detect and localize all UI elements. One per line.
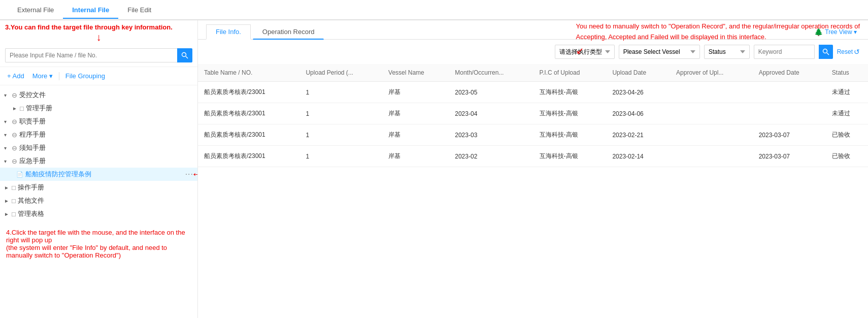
svg-line-1 <box>186 56 188 58</box>
tree-node-n8[interactable]: ► □ 管理表格 <box>0 207 197 220</box>
svg-line-3 <box>827 53 829 55</box>
col-pic: P.I.C of Upload <box>533 64 607 82</box>
tree-node-root[interactable]: ▾ ⊖ 受控文件 <box>0 88 197 102</box>
cell-approved-date: 2023-03-07 <box>753 146 826 167</box>
col-vessel: Vessel Name <box>382 64 449 82</box>
tree-node-n4[interactable]: ▾ ⊖ 须知手册 <box>0 141 197 154</box>
cell-approver <box>670 146 753 167</box>
cell-approver <box>670 82 753 103</box>
cell-vessel: 岸基 <box>382 124 449 146</box>
annotation-step3: 3.You can find the target file through k… <box>5 23 192 31</box>
vessel-filter-select[interactable]: Please Select Vessel <box>619 45 700 59</box>
cell-vessel: 岸基 <box>382 146 449 167</box>
cell-month: 2023-04 <box>449 103 533 124</box>
table-row[interactable]: 船员素质考核表/23001 1 岸基 2023-04 互海科技-高银 2023-… <box>198 103 868 124</box>
cell-upload-date: 2023-02-14 <box>606 146 670 167</box>
cell-upload-date: 2023-02-21 <box>606 124 670 146</box>
table-row[interactable]: 船员素质考核表/23001 1 岸基 2023-02 互海科技-高银 2023-… <box>198 146 868 167</box>
cell-upload-date: 2023-04-26 <box>606 82 670 103</box>
tree-node-label: 应急手册 <box>19 156 46 166</box>
tree-node-label: 船舶疫情防控管理条例 <box>25 170 91 179</box>
svg-point-2 <box>823 49 827 53</box>
tree-node-n3[interactable]: ▾ ⊖ 程序手册 <box>0 128 197 141</box>
cell-approver <box>670 124 753 146</box>
cell-name: 船员素质考核表/23001 <box>198 124 299 146</box>
tree-node-label: 其他文件 <box>18 196 44 205</box>
tree-node-n5[interactable]: ▾ ⊖ 应急手册 <box>0 154 197 168</box>
cell-period: 1 <box>299 82 382 103</box>
tree-node-n1[interactable]: ► □ 管理手册 <box>0 102 197 115</box>
add-button[interactable]: + Add <box>5 71 26 81</box>
annotation-step4-line2: (the system will enter "File Info" by de… <box>6 244 191 259</box>
tree-node-n2[interactable]: ▾ ⊖ 职责手册 <box>0 115 197 128</box>
tree-node-label: 操作手册 <box>18 183 44 192</box>
cell-name: 船员素质考核表/23001 <box>198 103 299 124</box>
cell-approver <box>670 103 753 124</box>
more-button[interactable]: More ▾ <box>30 71 55 81</box>
tree-icon: 🌲 <box>814 28 823 36</box>
col-status: Status <box>826 64 868 82</box>
tree-node-label: 受控文件 <box>19 90 46 100</box>
cell-status: 未通过 <box>826 103 868 124</box>
tab-operation-record[interactable]: Operation Record <box>253 24 324 40</box>
tree-node-n7[interactable]: ► □ 其他文件 <box>0 194 197 207</box>
col-period: Upload Period (... <box>299 64 382 82</box>
tab-internal[interactable]: Internal File <box>63 2 118 19</box>
keyword-input[interactable] <box>754 45 815 59</box>
col-upload-date: Upload Date <box>606 64 670 82</box>
table-row[interactable]: 船员素质考核表/23001 1 岸基 2023-05 互海科技-高银 2023-… <box>198 82 868 103</box>
svg-point-0 <box>182 53 186 57</box>
top-nav: External File Internal File File Edit <box>0 0 868 20</box>
tree-node-label: 管理表格 <box>18 209 44 218</box>
col-approved-date: Approved Date <box>753 64 826 82</box>
status-filter-select[interactable]: Status <box>704 45 750 59</box>
tab-file-edit[interactable]: File Edit <box>118 2 160 19</box>
cell-name: 船员素质考核表/23001 <box>198 82 299 103</box>
tab-file-info[interactable]: File Info. <box>206 24 251 40</box>
cell-month: 2023-03 <box>449 124 533 146</box>
cell-pic: 互海科技-高银 <box>533 103 607 124</box>
tree-node-label: 须知手册 <box>19 143 46 152</box>
tree-node-label: 程序手册 <box>19 130 46 139</box>
cell-period: 1 <box>299 124 382 146</box>
col-month: Month/Occurren... <box>449 64 533 82</box>
cell-month: 2023-02 <box>449 146 533 167</box>
cell-name: 船员素质考核表/23001 <box>198 146 299 167</box>
cell-approved-date <box>753 82 826 103</box>
cell-status: 未通过 <box>826 82 868 103</box>
tree-node-n6[interactable]: ► □ 操作手册 <box>0 181 197 194</box>
tree-view-button[interactable]: 🌲 Tree View ▾ <box>811 27 860 37</box>
cell-vessel: 岸基 <box>382 82 449 103</box>
cell-period: 1 <box>299 146 382 167</box>
table-row[interactable]: 船员素质考核表/23001 1 岸基 2023-03 互海科技-高银 2023-… <box>198 124 868 146</box>
cell-month: 2023-05 <box>449 82 533 103</box>
cell-approved-date <box>753 103 826 124</box>
tree-node-label: 管理手册 <box>26 104 52 113</box>
cell-upload-date: 2023-04-06 <box>606 103 670 124</box>
cell-pic: 互海科技-高银 <box>533 82 607 103</box>
reset-icon: ↺ <box>854 48 860 56</box>
filter-search-button[interactable] <box>819 45 833 59</box>
cell-status: 已验收 <box>826 146 868 167</box>
search-input[interactable] <box>5 48 177 62</box>
annotation-arrow-down: ↓ <box>5 31 192 43</box>
cell-pic: 互海科技-高银 <box>533 146 607 167</box>
cell-period: 1 <box>299 103 382 124</box>
cell-pic: 互海科技-高银 <box>533 124 607 146</box>
cell-vessel: 岸基 <box>382 103 449 124</box>
file-grouping-button[interactable]: File Grouping <box>63 71 107 81</box>
separator <box>59 72 59 80</box>
search-button[interactable] <box>177 48 192 62</box>
tree-node-n5a[interactable]: 📄 船舶疫情防控管理条例 ··· ← <box>0 168 197 181</box>
annotation-step4-line1: 4.Click the target file with the mouse, … <box>6 229 191 244</box>
filter-reset-button[interactable]: Reset ↺ <box>837 48 860 56</box>
type-filter-select[interactable]: 请选择执行类型 <box>555 45 615 59</box>
cell-status: 已验收 <box>826 124 868 146</box>
arrow-annotation: ← <box>191 168 197 181</box>
col-name: Table Name / NO. <box>198 64 299 82</box>
col-approver: Approver of Upl... <box>670 64 753 82</box>
cell-approved-date: 2023-03-07 <box>753 124 826 146</box>
tree-node-label: 职责手册 <box>19 117 46 126</box>
tab-external[interactable]: External File <box>8 2 63 19</box>
